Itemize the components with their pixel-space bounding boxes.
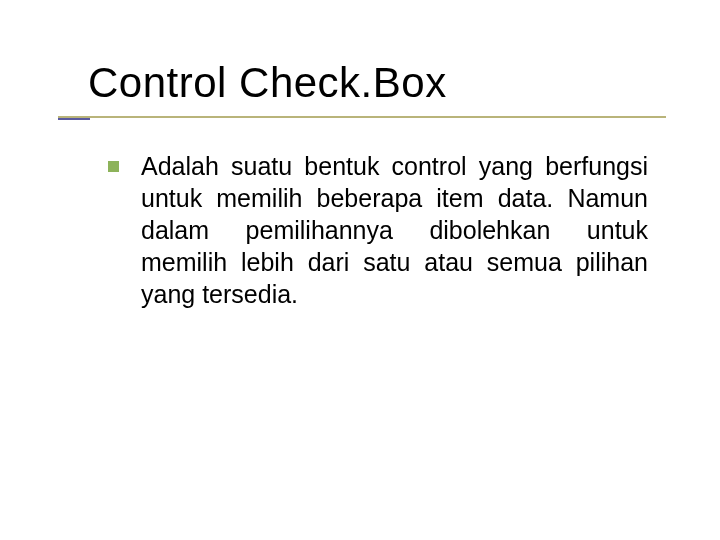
title-underline bbox=[58, 116, 666, 118]
slide-body: Adalah suatu bentuk control yang berfung… bbox=[108, 150, 648, 310]
bullet-item: Adalah suatu bentuk control yang berfung… bbox=[108, 150, 648, 310]
slide: Control Check.Box Adalah suatu bentuk co… bbox=[0, 0, 720, 540]
title-accent-bar bbox=[58, 118, 90, 120]
title-container: Control Check.Box bbox=[88, 60, 648, 112]
square-bullet-icon bbox=[108, 161, 119, 172]
slide-title: Control Check.Box bbox=[88, 60, 648, 112]
bullet-text: Adalah suatu bentuk control yang berfung… bbox=[141, 150, 648, 310]
